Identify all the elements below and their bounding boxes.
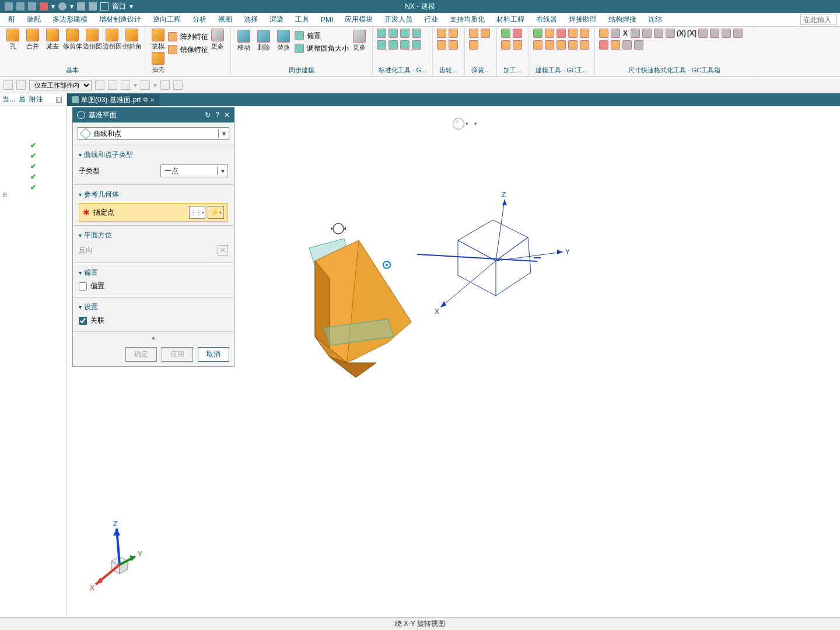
hole-button[interactable]: 孔	[4, 28, 22, 51]
menu-item[interactable]: 多边形建模	[47, 13, 93, 26]
close-icon[interactable]: ✕	[224, 111, 230, 119]
inferred-point-button[interactable]: ⚡▾	[208, 206, 224, 219]
csys-wireframe: Z Y X	[417, 194, 569, 345]
reverse-label: 反向	[79, 246, 93, 256]
tab-restore-icon[interactable]: ⧉	[144, 96, 148, 103]
ribbon-group-feature: 拔模 抽壳 阵列特征 镜像特征 更多	[145, 27, 231, 76]
delete-button[interactable]: 删除	[254, 29, 273, 52]
menu-item[interactable]: 增材制造设计	[93, 13, 147, 26]
qa-icon[interactable]	[28, 2, 36, 10]
gear-icon[interactable]	[77, 111, 85, 119]
point-dialog-button[interactable]: ⋮⋮▾	[189, 206, 205, 219]
window-icon[interactable]	[100, 2, 108, 10]
history-row[interactable]: ✔	[0, 161, 66, 172]
panel-close-icon[interactable]: □	[56, 97, 62, 103]
more-button[interactable]: 更多	[350, 29, 369, 52]
required-icon: ✱	[83, 208, 90, 217]
qa-icon[interactable]	[5, 2, 13, 10]
document-tab[interactable]: 草图(03)-基准面.prt ⧉ ✕	[67, 94, 159, 106]
select-icon[interactable]	[16, 80, 26, 90]
section-orientation[interactable]: 平面方位	[79, 229, 228, 242]
view-orientation-button[interactable]: ▾ ▾	[452, 116, 478, 132]
window-label[interactable]: 窗口	[112, 2, 126, 12]
chamfer-button[interactable]: 倒斜角	[123, 28, 141, 51]
menu-item[interactable]: 材料工程	[491, 13, 530, 26]
move-button[interactable]: 移动	[235, 29, 253, 52]
history-row[interactable]: ✔	[0, 150, 66, 161]
associative-checkbox[interactable]: 关联	[79, 313, 228, 328]
dialog-titlebar[interactable]: 基准平面 ↻ ? ✕	[72, 107, 235, 123]
offset-button[interactable]: 偏置	[294, 30, 349, 41]
section-subtype[interactable]: 曲线和点子类型	[79, 149, 228, 161]
draft-button[interactable]: 拔模	[149, 28, 167, 51]
svg-line-21	[440, 261, 496, 307]
mirror-feature-button[interactable]: 镜像特征	[167, 44, 208, 55]
chevron-down-icon[interactable]: ▾	[218, 130, 229, 138]
shell-button[interactable]: 抽壳	[149, 51, 167, 75]
view-triad[interactable]: Z Y X	[88, 524, 152, 594]
menu-item[interactable]: 装配	[21, 13, 47, 26]
sel-icon[interactable]	[173, 80, 183, 90]
history-row[interactable]: ✔	[0, 182, 66, 192]
specify-point-row[interactable]: ✱ 指定点 ⋮⋮▾ ⚡▾	[79, 203, 228, 222]
subtype-select[interactable]: 一点 ▾	[160, 164, 228, 177]
section-offset[interactable]: 偏置	[79, 267, 228, 279]
ribbon-group-std: 标准化工具 - G...	[373, 27, 433, 76]
menu-item[interactable]: 布线器	[530, 13, 563, 26]
menu-item[interactable]: 开发人员	[379, 13, 418, 26]
more-button[interactable]: 更多	[208, 28, 227, 51]
menu-item[interactable]: 应用模块	[339, 13, 379, 26]
section-geometry[interactable]: 参考几何体	[79, 188, 228, 201]
qa-icon[interactable]	[40, 2, 48, 10]
sel-icon[interactable]	[121, 80, 130, 90]
history-row[interactable]: ✔	[0, 172, 66, 182]
sel-icon[interactable]	[141, 80, 150, 90]
sel-icon[interactable]	[108, 80, 117, 90]
offset-checkbox[interactable]: 偏置	[79, 279, 228, 293]
section-settings[interactable]: 设置	[79, 301, 228, 313]
layout-icon[interactable]	[89, 2, 97, 10]
menu-item[interactable]: 行业	[418, 13, 444, 26]
ribbon-group-gear: 齿轮...	[433, 27, 465, 76]
menu-item[interactable]: 焊接助理	[563, 13, 603, 26]
reverse-direction-button[interactable]: ✕	[218, 245, 228, 256]
trim-body-button[interactable]: 修剪体	[63, 28, 82, 51]
menu-item[interactable]: PMI	[315, 15, 339, 25]
subtract-button[interactable]: 减去	[43, 28, 62, 51]
mic-icon[interactable]	[58, 2, 66, 10]
type-dropdown[interactable]: 曲线和点 ▾	[78, 127, 229, 140]
reset-icon[interactable]: ↻	[205, 111, 211, 119]
help-icon[interactable]: ?	[215, 111, 219, 119]
replace-button[interactable]: 替换	[274, 29, 293, 52]
cancel-button[interactable]: 取消	[198, 347, 229, 362]
menu-item[interactable]: 结构焊接	[603, 13, 642, 26]
menu-item[interactable]: 工具	[289, 13, 315, 26]
subtype-label: 子类型	[79, 166, 100, 176]
menu-item[interactable]: 逆向工程	[147, 13, 187, 26]
history-row[interactable]: ✔	[0, 140, 66, 150]
ok-button[interactable]: 确定	[125, 347, 157, 362]
selection-scope-select[interactable]: 仅在工作部件内	[29, 80, 92, 90]
menu-item[interactable]: 支持均质化	[444, 13, 491, 26]
unite-button[interactable]: 合并	[23, 28, 42, 51]
pattern-feature-button[interactable]: 阵列特征	[167, 32, 208, 42]
menu-item[interactable]: 分析	[187, 13, 212, 26]
qa-icon[interactable]	[16, 2, 24, 10]
edge-fillet-button[interactable]: 边倒因	[103, 28, 121, 51]
touch-icon[interactable]	[77, 2, 85, 10]
resize-fillet-button[interactable]: 调整圆角大小	[294, 43, 349, 54]
sel-icon[interactable]	[160, 80, 170, 90]
apply-button[interactable]: 应用	[162, 347, 193, 362]
svg-point-1	[333, 223, 344, 234]
command-search-input[interactable]	[800, 15, 836, 25]
tab-close-icon[interactable]: ✕	[150, 97, 155, 103]
menu-item[interactable]: 酊	[2, 13, 21, 26]
sel-icon[interactable]	[95, 80, 104, 90]
menu-item[interactable]: 选择	[238, 13, 264, 26]
edge-blend-button[interactable]: 边倒圆	[83, 28, 102, 51]
menu-item[interactable]: 连结	[642, 13, 668, 26]
menu-item[interactable]: 渲染	[264, 13, 289, 26]
filter-icon[interactable]	[4, 80, 13, 90]
collapse-handle[interactable]: ▴	[73, 331, 234, 342]
menu-item[interactable]: 视图	[212, 13, 238, 26]
